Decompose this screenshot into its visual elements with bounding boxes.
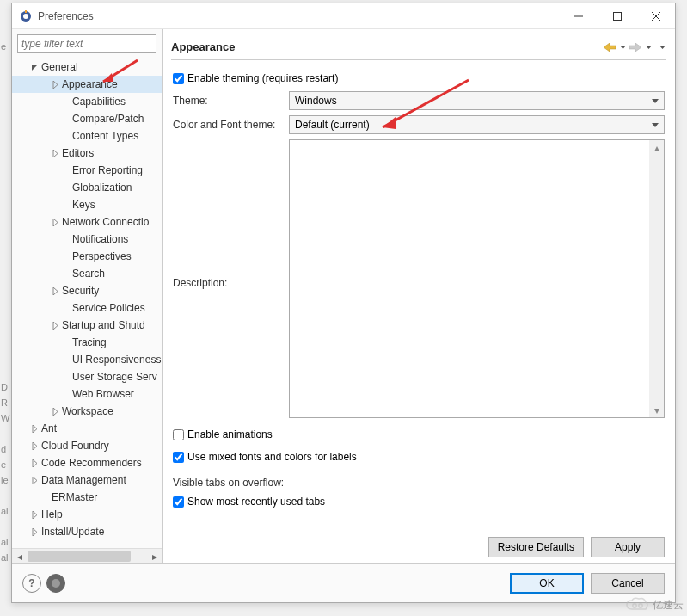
tree-item-capabilities[interactable]: Capabilities	[12, 93, 162, 110]
tree-item-content-types[interactable]: Content Types	[12, 127, 162, 145]
filter-input[interactable]	[17, 34, 156, 53]
svg-point-8	[639, 604, 642, 607]
maximize-button[interactable]	[598, 3, 636, 29]
expand-icon[interactable]	[29, 440, 40, 451]
enable-animations-checkbox[interactable]	[173, 429, 184, 440]
tree-item-security[interactable]: Security	[12, 282, 162, 299]
tree-item-service-policies[interactable]: Service Policies	[12, 299, 162, 317]
tree-item-compare-patch[interactable]: Compare/Patch	[12, 110, 162, 127]
spacer	[60, 268, 71, 279]
tree-item-network-connectio[interactable]: Network Connectio	[12, 213, 162, 231]
tree-item-code-recommenders[interactable]: Code Recommenders	[12, 454, 162, 471]
expand-icon[interactable]	[50, 148, 60, 158]
tree-item-search[interactable]: Search	[12, 265, 162, 282]
panel-footer: Restore Defaults Apply	[163, 532, 675, 563]
cancel-button[interactable]: Cancel	[591, 573, 665, 594]
help-button[interactable]: ?	[22, 574, 41, 593]
expand-icon[interactable]	[29, 423, 40, 434]
enable-theming-checkbox[interactable]	[173, 73, 184, 84]
expand-icon[interactable]	[29, 509, 40, 520]
tree-item-cloud-foundry[interactable]: Cloud Foundry	[12, 437, 162, 454]
expand-icon[interactable]	[29, 527, 40, 537]
tree-item-label: Perspectives	[72, 250, 132, 262]
description-row: Description: ▴ ▾	[173, 139, 665, 418]
tree-item-error-reporting[interactable]: Error Reporting	[12, 162, 162, 179]
colorfont-label: Color and Font theme:	[173, 119, 289, 131]
nav-forward-dropdown[interactable]	[644, 46, 653, 49]
tree-item-general[interactable]: General	[12, 59, 162, 76]
collapse-icon[interactable]	[29, 62, 40, 72]
apply-button[interactable]: Apply	[591, 537, 665, 557]
enable-theming-label: Enable theming (requires restart)	[187, 72, 338, 84]
close-button[interactable]	[636, 3, 675, 29]
spacer	[60, 303, 71, 313]
show-recent-tabs-row: Show most recently used tabs	[173, 492, 665, 511]
tree-item-label: User Storage Serv	[72, 371, 157, 383]
scroll-up-icon[interactable]: ▴	[649, 140, 664, 155]
scroll-left-button[interactable]: ◂	[12, 549, 27, 563]
expand-icon[interactable]	[29, 458, 40, 468]
bottom-bar: ? OK Cancel	[12, 563, 675, 602]
colorfont-select[interactable]: Default (current)	[289, 115, 665, 134]
tree-item-appearance[interactable]: Appearance	[12, 76, 162, 93]
scroll-down-icon[interactable]: ▾	[649, 403, 664, 417]
expand-icon[interactable]	[29, 475, 40, 485]
spacer	[60, 114, 71, 124]
description-box[interactable]: ▴ ▾	[289, 139, 665, 418]
spacer	[60, 165, 71, 176]
panel-menu-dropdown[interactable]	[658, 46, 666, 49]
tree-item-ui-responsiveness[interactable]: UI Responsiveness	[12, 351, 162, 368]
scrollbar-thumb[interactable]	[28, 551, 131, 562]
tree-item-perspectives[interactable]: Perspectives	[12, 248, 162, 265]
mixed-fonts-checkbox[interactable]	[173, 452, 184, 463]
tree-horizontal-scrollbar[interactable]: ◂ ▸	[12, 548, 162, 563]
filter-container	[17, 34, 156, 53]
svg-point-1	[23, 14, 28, 19]
tree-item-label: Appearance	[62, 78, 118, 90]
nav-arrows	[603, 40, 666, 54]
tree-item-globalization[interactable]: Globalization	[12, 179, 162, 196]
nav-back-dropdown[interactable]	[618, 46, 627, 49]
tree-item-workspace[interactable]: Workspace	[12, 403, 162, 420]
tree-item-install-update[interactable]: Install/Update	[12, 523, 162, 540]
scroll-right-button[interactable]: ▸	[147, 549, 162, 563]
tree-item-ant[interactable]: Ant	[12, 420, 162, 437]
tree-item-data-management[interactable]: Data Management	[12, 471, 162, 489]
restore-defaults-button[interactable]: Restore Defaults	[488, 537, 584, 557]
spacer	[60, 131, 71, 141]
minimize-button[interactable]	[559, 3, 598, 29]
window-body: GeneralAppearanceCapabilitiesCompare/Pat…	[12, 29, 675, 563]
expand-icon[interactable]	[50, 79, 60, 89]
theme-select[interactable]: Windows	[289, 91, 665, 110]
preferences-tree[interactable]: GeneralAppearanceCapabilitiesCompare/Pat…	[12, 59, 162, 548]
tree-item-label: Content Types	[72, 130, 138, 142]
nav-forward-button[interactable]	[629, 40, 642, 54]
tree-item-label: Compare/Patch	[72, 113, 144, 125]
visible-tabs-label: Visible tabs on overflow:	[173, 477, 665, 489]
tree-item-tracing[interactable]: Tracing	[12, 334, 162, 351]
description-scrollbar[interactable]: ▴ ▾	[649, 140, 664, 417]
tree-item-notifications[interactable]: Notifications	[12, 231, 162, 248]
tree-item-help[interactable]: Help	[12, 506, 162, 523]
content-panel: Appearance Enable theming (requires rest…	[163, 29, 675, 563]
tree-item-label: Capabilities	[72, 95, 126, 108]
description-label: Description:	[173, 139, 289, 289]
expand-icon[interactable]	[50, 406, 60, 416]
nav-back-button[interactable]	[603, 40, 616, 54]
tree-item-user-storage-serv[interactable]: User Storage Serv	[12, 368, 162, 385]
tree-item-ermaster[interactable]: ERMaster	[12, 489, 162, 506]
svg-point-7	[633, 604, 636, 607]
tree-item-label: Install/Update	[41, 526, 104, 538]
tree-item-editors[interactable]: Editors	[12, 145, 162, 162]
spacer	[60, 354, 71, 365]
expand-icon[interactable]	[50, 286, 60, 296]
tree-item-startup-and-shutd[interactable]: Startup and Shutd	[12, 317, 162, 334]
ok-button[interactable]: OK	[510, 573, 584, 594]
tree-item-label: UI Responsiveness	[72, 354, 161, 366]
tree-item-web-browser[interactable]: Web Browser	[12, 385, 162, 403]
expand-icon[interactable]	[50, 320, 60, 330]
import-export-button[interactable]	[46, 574, 65, 593]
show-recent-tabs-checkbox[interactable]	[173, 496, 184, 508]
tree-item-keys[interactable]: Keys	[12, 196, 162, 213]
expand-icon[interactable]	[50, 217, 60, 227]
